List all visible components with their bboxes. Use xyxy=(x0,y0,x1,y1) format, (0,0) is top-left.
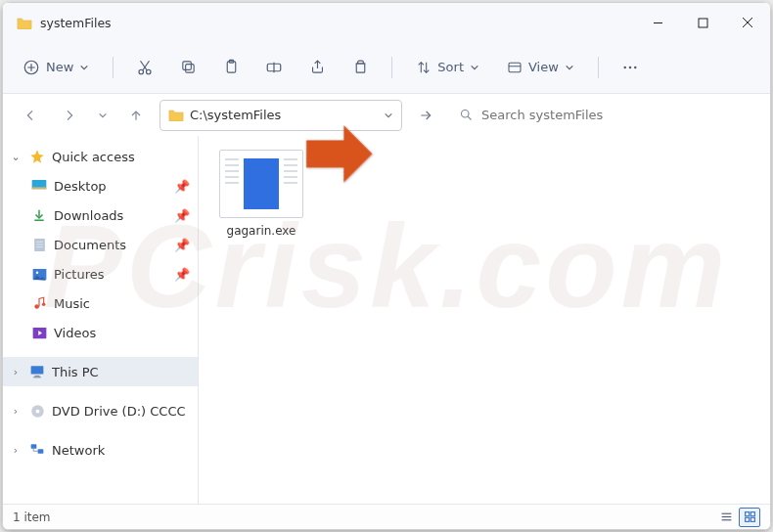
folder-icon xyxy=(168,109,184,121)
svg-point-33 xyxy=(35,271,38,274)
sidebar-item-quick-access[interactable]: ⌄ Quick access xyxy=(3,142,198,171)
svg-rect-38 xyxy=(34,376,39,377)
svg-point-34 xyxy=(34,304,39,309)
svg-rect-42 xyxy=(31,444,37,448)
separator xyxy=(391,57,392,78)
svg-rect-49 xyxy=(745,517,749,521)
sidebar-item-desktop[interactable]: Desktop 📌 xyxy=(3,171,198,200)
sort-button[interactable]: Sort xyxy=(406,54,489,81)
paste-button[interactable] xyxy=(213,50,249,85)
svg-point-35 xyxy=(42,302,46,306)
svg-point-41 xyxy=(35,409,39,413)
toolbar: New Sort View xyxy=(3,42,770,93)
sidebar-item-music[interactable]: Music xyxy=(3,288,198,318)
music-icon xyxy=(30,294,48,312)
chevron-down-icon xyxy=(470,63,479,72)
maximize-button[interactable] xyxy=(680,3,725,42)
download-icon xyxy=(30,206,48,224)
new-icon xyxy=(23,59,40,76)
rename-button[interactable] xyxy=(256,50,292,85)
new-button[interactable]: New xyxy=(13,53,99,82)
svg-rect-39 xyxy=(33,377,41,377)
chevron-down-icon[interactable]: ⌄ xyxy=(9,151,23,163)
chevron-right-icon[interactable]: › xyxy=(9,405,23,418)
search-icon xyxy=(459,108,474,122)
label: Documents xyxy=(54,238,168,252)
view-label: View xyxy=(528,60,559,74)
svg-point-22 xyxy=(629,66,632,68)
label: Downloads xyxy=(54,208,168,223)
view-button[interactable]: View xyxy=(497,54,584,81)
sidebar-item-videos[interactable]: Videos xyxy=(3,318,198,347)
search-box[interactable] xyxy=(449,100,758,131)
recent-dropdown[interactable] xyxy=(93,100,113,131)
cut-button[interactable] xyxy=(127,50,162,85)
status-bar: 1 item xyxy=(3,504,770,529)
sidebar-item-dvd[interactable]: › DVD Drive (D:) CCCC xyxy=(3,396,198,425)
search-input[interactable] xyxy=(481,108,749,122)
svg-line-25 xyxy=(468,116,471,119)
body: ⌄ Quick access Desktop 📌 Downloads 📌 Doc… xyxy=(3,136,770,504)
forward-button[interactable] xyxy=(54,100,85,131)
separator xyxy=(598,57,599,78)
sort-label: Sort xyxy=(437,60,464,74)
copy-button[interactable] xyxy=(170,50,205,85)
label: DVD Drive (D:) CCCC xyxy=(52,404,188,419)
delete-button[interactable] xyxy=(342,50,378,85)
address-bar[interactable] xyxy=(159,100,402,131)
item-count: 1 item xyxy=(13,510,51,524)
minimize-button[interactable] xyxy=(635,3,680,42)
svg-rect-50 xyxy=(750,517,754,521)
up-button[interactable] xyxy=(120,100,152,131)
network-icon xyxy=(28,441,46,459)
close-button[interactable] xyxy=(725,3,770,42)
sidebar-item-network[interactable]: › Network xyxy=(3,435,198,465)
pc-icon xyxy=(28,363,46,380)
sidebar-item-this-pc[interactable]: › This PC xyxy=(3,357,198,386)
file-pane[interactable]: gagarin.exe xyxy=(199,136,770,504)
sidebar: ⌄ Quick access Desktop 📌 Downloads 📌 Doc… xyxy=(3,136,199,504)
navbar xyxy=(3,93,770,136)
sidebar-item-downloads[interactable]: Downloads 📌 xyxy=(3,200,198,230)
svg-rect-48 xyxy=(750,512,754,516)
svg-point-21 xyxy=(623,66,626,68)
svg-rect-18 xyxy=(356,64,365,72)
more-button[interactable] xyxy=(613,50,648,85)
chevron-down-icon[interactable] xyxy=(384,111,393,120)
sort-icon xyxy=(416,60,432,75)
share-button[interactable] xyxy=(299,50,335,85)
pin-icon: 📌 xyxy=(174,208,188,223)
label: Videos xyxy=(54,326,188,340)
star-icon xyxy=(28,148,46,165)
svg-rect-12 xyxy=(183,62,192,70)
svg-rect-47 xyxy=(745,512,749,516)
disc-icon xyxy=(28,402,46,420)
file-item[interactable]: gagarin.exe xyxy=(216,150,306,238)
chevron-right-icon[interactable]: › xyxy=(9,444,23,457)
separator xyxy=(113,57,114,78)
details-view-button[interactable] xyxy=(715,508,737,527)
new-label: New xyxy=(46,60,73,74)
chevron-right-icon[interactable]: › xyxy=(9,366,23,378)
svg-rect-43 xyxy=(38,449,44,453)
label: Desktop xyxy=(54,179,168,194)
sidebar-item-pictures[interactable]: Pictures 📌 xyxy=(3,259,198,288)
file-name: gagarin.exe xyxy=(216,224,306,238)
sidebar-item-documents[interactable]: Documents 📌 xyxy=(3,230,198,259)
pin-icon: 📌 xyxy=(174,179,188,194)
explorer-window: systemFiles New Sort View xyxy=(2,2,771,530)
label: Network xyxy=(52,443,188,458)
pin-icon: 📌 xyxy=(174,267,188,282)
svg-rect-27 xyxy=(32,187,47,189)
icons-view-button[interactable] xyxy=(739,508,760,527)
address-input[interactable] xyxy=(190,108,378,122)
label: Music xyxy=(54,296,188,311)
video-icon xyxy=(30,324,48,341)
go-button[interactable] xyxy=(410,100,441,131)
chevron-down-icon xyxy=(79,63,89,72)
svg-rect-1 xyxy=(699,19,707,27)
back-button[interactable] xyxy=(15,100,46,131)
chevron-down-icon xyxy=(565,63,574,72)
folder-icon xyxy=(17,17,32,29)
svg-rect-37 xyxy=(31,366,44,374)
